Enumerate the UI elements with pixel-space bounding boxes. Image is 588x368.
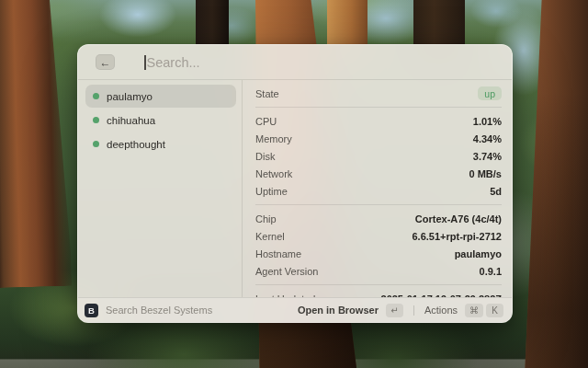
detail-panel: State up CPU 1.01% Memory 4.34% Disk 3.7… <box>243 80 512 297</box>
search-bar: ← <box>78 45 512 79</box>
tree-trunk <box>0 0 72 288</box>
detail-label: Uptime <box>255 186 288 197</box>
server-list-item[interactable]: chihuahua <box>85 109 236 132</box>
status-dot-icon <box>93 117 99 123</box>
detail-label: Hostname <box>255 248 301 259</box>
detail-row: Memory 4.34% <box>255 130 502 147</box>
detail-value: 1.01% <box>473 116 502 127</box>
return-key-icon: ↵ <box>386 304 403 317</box>
detail-row: Kernel 6.6.51+rpt-rpi-2712 <box>255 227 502 245</box>
content-area: paulamyo chihuahua deepthought State up … <box>78 80 512 297</box>
detail-label: Memory <box>255 133 292 144</box>
detail-value: up <box>478 86 502 100</box>
detail-label: Kernel <box>255 231 285 242</box>
footer-bar: B Search Beszel Systems Open in Browser … <box>78 297 512 322</box>
detail-row: Disk 3.74% <box>255 147 502 165</box>
actions-button[interactable]: Actions <box>424 305 458 316</box>
detail-value: 5d <box>490 186 502 197</box>
status-dot-icon <box>93 93 99 99</box>
detail-row: Agent Version 0.9.1 <box>255 262 502 280</box>
command-key-icon: ⌘ <box>465 304 483 317</box>
server-list-item[interactable]: deepthought <box>85 132 236 155</box>
detail-label: State <box>255 88 279 99</box>
k-key-icon: K <box>486 304 503 317</box>
detail-row: Network 0 MB/s <box>255 165 502 182</box>
status-dot-icon <box>93 141 99 147</box>
footer-app-label: Search Beszel Systems <box>106 305 290 316</box>
beszel-logo-icon: B <box>85 304 98 317</box>
detail-label: CPU <box>255 116 277 127</box>
detail-row: Last Updated 2025-01-17 19:07:29.282Z <box>255 290 502 297</box>
back-button[interactable]: ← <box>96 54 115 70</box>
shortcut-keys: ⌘ K <box>465 304 503 317</box>
detail-row: State up <box>255 85 502 102</box>
launcher-window: ← paulamyo chihuahua deepthought State u… <box>77 44 513 323</box>
detail-row: Hostname paulamyo <box>255 245 502 262</box>
server-name: deepthought <box>107 139 165 150</box>
detail-label: Agent Version <box>255 266 319 277</box>
detail-value: 6.6.51+rpt-rpi-2712 <box>412 231 502 242</box>
detail-label: Chip <box>255 213 277 224</box>
detail-row: Chip Cortex-A76 (4c/4t) <box>255 210 502 227</box>
search-input[interactable] <box>146 55 500 70</box>
server-name: chihuahua <box>107 115 155 126</box>
detail-row: Uptime 5d <box>255 182 502 200</box>
tree-trunk <box>524 0 588 368</box>
detail-value: 0 MB/s <box>469 168 502 179</box>
server-name: paulamyo <box>107 91 153 102</box>
detail-value: 0.9.1 <box>480 266 502 277</box>
detail-value: Cortex-A76 (4c/4t) <box>415 213 502 224</box>
detail-label: Disk <box>255 151 275 162</box>
detail-row: CPU 1.01% <box>255 112 502 130</box>
detail-label: Network <box>255 168 292 179</box>
open-in-browser-button[interactable]: Open in Browser <box>298 305 379 316</box>
footer-divider <box>413 305 414 316</box>
detail-value: 4.34% <box>473 133 502 144</box>
detail-value: 3.74% <box>473 151 502 162</box>
server-list-item[interactable]: paulamyo <box>85 85 236 108</box>
detail-value: paulamyo <box>455 248 502 259</box>
back-arrow-icon: ← <box>100 56 111 69</box>
server-list: paulamyo chihuahua deepthought <box>78 80 242 297</box>
